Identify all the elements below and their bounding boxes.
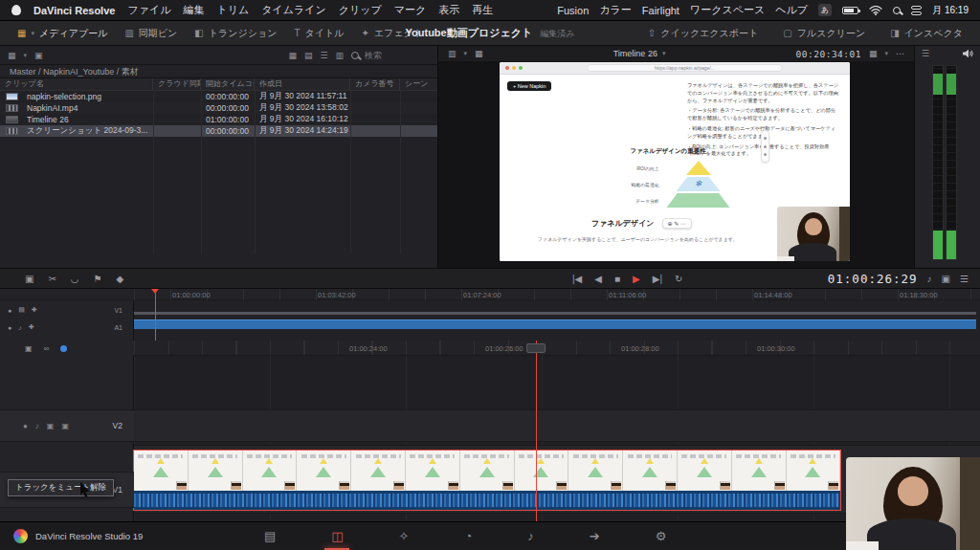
media-pool-button[interactable]: ▦ ▾ メディアプール — [10, 24, 115, 43]
column-clip-name[interactable]: クリップ名 — [0, 78, 153, 90]
master-timecode[interactable]: 01:00:26:29 — [828, 272, 918, 286]
marker-icon[interactable]: ◆ — [117, 274, 124, 284]
previous-clip-button[interactable]: |◀ — [572, 274, 582, 284]
track-enable-icon[interactable]: ● — [23, 422, 28, 430]
timeline-ruler[interactable]: 01:00:24:00 01:00:26:00 01:00:28:00 01:0… — [0, 341, 980, 356]
track-solo-icon[interactable]: ▣ — [61, 422, 69, 430]
overview-ruler[interactable]: 01:00:00:00 01:03:42:00 01:07:24:00 01:1… — [0, 289, 980, 300]
page-color-button[interactable]: ◔ — [465, 529, 473, 543]
music-icon[interactable]: ♪ — [18, 324, 22, 331]
timeline-options-menu-icon[interactable]: ☰ — [960, 274, 969, 284]
menu-file[interactable]: ファイル — [127, 3, 170, 17]
inspector-button[interactable]: ◨ インスペクタ — [882, 24, 970, 43]
track-v2-lane[interactable] — [134, 409, 980, 442]
titles-button[interactable]: T タイトル — [286, 24, 351, 43]
selection-tool-icon[interactable]: ▣ — [25, 274, 33, 284]
menu-help[interactable]: ヘルプ — [775, 3, 808, 17]
viewer-timecode[interactable]: 00:20:34:01 — [796, 49, 861, 59]
caret-down-icon[interactable]: ▾ — [885, 50, 889, 57]
timeline-selector[interactable]: Timeline 26 ▾ — [613, 49, 666, 58]
mixer-icon[interactable]: ☰ — [922, 49, 929, 58]
menu-mark[interactable]: マーク — [394, 3, 427, 17]
spotlight-search-icon[interactable] — [893, 7, 901, 14]
search-input[interactable] — [363, 50, 424, 61]
overview-track-label[interactable]: A1 — [114, 324, 126, 331]
page-settings-button[interactable]: ⚙ — [656, 529, 667, 543]
menu-color[interactable]: カラー — [599, 3, 632, 17]
lock-icon[interactable]: ● — [8, 307, 11, 314]
track-label[interactable]: V2 — [113, 421, 124, 430]
page-fusion-button[interactable]: ✧ — [399, 529, 410, 543]
bin-view-icon[interactable]: ▦ — [8, 51, 16, 60]
filmstrip-view-icon[interactable]: ▤ — [304, 51, 313, 60]
audio-monitor-icon[interactable]: ♪ — [927, 274, 932, 284]
lock-icon[interactable]: ● — [8, 324, 11, 331]
grid-view-icon[interactable]: ▦ — [288, 51, 297, 60]
sync-bin-button[interactable]: ▥ 同期ビン — [117, 24, 185, 43]
clip-row[interactable]: NapkinAI.mp4 00:00:00:00 月 9月 30 2024 13… — [0, 102, 437, 114]
breadcrumb[interactable]: Master / NapkinAI_Youtube / 素材 — [0, 65, 437, 78]
loop-button[interactable]: ↻ — [675, 274, 682, 284]
column-cloud-sync[interactable]: クラウド同期 — [153, 78, 201, 90]
clip-row-selected[interactable]: スクリーンショット 2024-09-3... 00:00:00:00 月 9月 … — [0, 125, 437, 137]
page-edit-button[interactable]: ◫ — [331, 529, 343, 543]
add-track-icon[interactable]: ✚ — [29, 323, 34, 331]
menu-view[interactable]: 表示 — [438, 3, 459, 17]
menu-clip[interactable]: クリップ — [339, 3, 382, 17]
menu-fairlight[interactable]: Fairlight — [642, 5, 679, 16]
column-created[interactable]: 作成日 — [255, 78, 350, 90]
add-track-icon[interactable]: ✚ — [32, 306, 37, 314]
track-mute-icon[interactable]: ♪ — [35, 422, 39, 430]
viewer-zoom-icon[interactable]: ▦ — [869, 49, 878, 58]
sync-indicator-dot[interactable] — [60, 345, 67, 352]
overview-track-label[interactable]: V1 — [114, 307, 126, 314]
metadata-view-icon[interactable]: ▥ — [335, 51, 344, 60]
viewer-grid-icon[interactable]: ▦ — [475, 49, 483, 58]
film-icon[interactable]: ▤ — [18, 306, 25, 314]
column-camera[interactable]: カメラ番号 — [350, 78, 400, 90]
search-icon[interactable] — [351, 52, 359, 59]
play-button[interactable]: ▶ — [633, 274, 640, 284]
list-view-icon[interactable]: ☰ — [320, 51, 327, 60]
playhead-grab-handle[interactable] — [526, 343, 546, 353]
menu-edit[interactable]: 編集 — [183, 3, 204, 17]
menu-fusion[interactable]: Fusion — [557, 5, 589, 16]
playhead[interactable] — [536, 341, 537, 521]
page-fairlight-button[interactable]: ♪ — [527, 529, 534, 543]
timeline-overview-lane[interactable] — [134, 300, 980, 341]
snapping-magnet-icon[interactable]: ◡ — [71, 274, 79, 284]
viewer-options-icon[interactable]: ⋯ — [896, 49, 904, 58]
track-lock-icon[interactable]: ▣ — [47, 422, 55, 430]
flag-icon[interactable]: ⚑ — [94, 274, 102, 284]
transitions-button[interactable]: ◧ トランジション — [187, 24, 284, 43]
track-label[interactable]: V1 — [113, 485, 124, 495]
input-source-icon[interactable]: あ — [818, 4, 832, 16]
trim-tool-icon[interactable]: ✂ — [48, 274, 56, 284]
bin-options-icon[interactable]: ▣ — [34, 51, 43, 60]
speaker-icon[interactable] — [962, 49, 973, 58]
fullscreen-button[interactable]: ▢ フルスクリーン — [775, 24, 873, 43]
menu-playback[interactable]: 再生 — [472, 3, 493, 17]
wifi-icon[interactable] — [869, 6, 882, 15]
clip-row[interactable]: napkin-selection.png 00:00:00:00 月 9月 30… — [0, 91, 437, 102]
link-icon[interactable]: ∞ — [44, 344, 50, 353]
stop-button[interactable]: ■ — [614, 274, 620, 284]
timeline-clip[interactable] — [134, 451, 840, 510]
camera-icon[interactable]: ▣ — [25, 344, 33, 353]
page-media-button[interactable]: ▤ — [264, 529, 276, 543]
menu-timeline[interactable]: タイムライン — [261, 3, 326, 17]
viewer-mode-icon[interactable]: ▥ — [448, 49, 457, 58]
control-center-icon[interactable] — [911, 6, 922, 15]
quick-export-button[interactable]: ⇧ クイックエクスポート — [640, 24, 767, 43]
column-scene[interactable]: シーン — [400, 78, 437, 90]
next-clip-button[interactable]: ▶| — [653, 274, 662, 284]
caret-down-icon[interactable]: ▾ — [24, 52, 28, 59]
column-start-timecode[interactable]: 開始タイムコード — [201, 78, 255, 90]
video-monitor-icon[interactable]: ▣ — [942, 274, 950, 284]
page-deliver-button[interactable]: ➔ — [590, 529, 600, 543]
step-back-button[interactable]: ◀ — [594, 274, 602, 284]
apple-menu-icon[interactable] — [11, 5, 21, 15]
menu-workspace[interactable]: ワークスペース — [690, 3, 765, 17]
menubar-clock[interactable]: 月 16:19 — [932, 4, 969, 17]
menu-trim[interactable]: トリム — [216, 3, 249, 17]
